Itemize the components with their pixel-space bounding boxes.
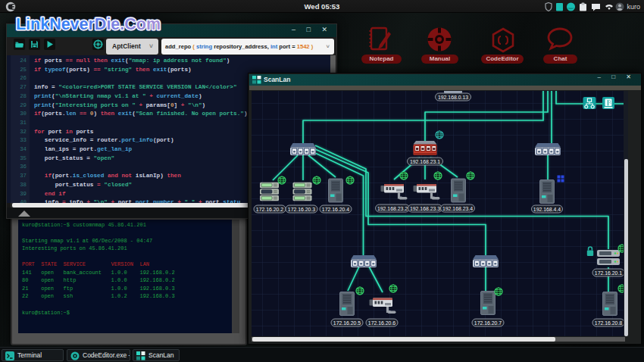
svg-text:172.16.20.5: 172.16.20.5 — [333, 320, 361, 326]
svg-text:192.168.23.2: 192.168.23.2 — [377, 206, 408, 211]
svg-text:172.16.20.2: 172.16.20.2 — [256, 207, 284, 212]
svg-text:192.168.4.4: 192.168.4.4 — [533, 207, 561, 212]
svg-text:192.168.23.1: 192.168.23.1 — [410, 159, 440, 164]
svg-text:172.16.20.6: 172.16.20.6 — [368, 320, 396, 326]
svg-text:192.168.0.13: 192.168.0.13 — [438, 95, 468, 100]
svg-text:LinkNeverDie.Com: LinkNeverDie.Com — [16, 15, 161, 33]
svg-text:192.168.23.4: 192.168.23.4 — [442, 206, 473, 211]
svg-text:172.16.20.1: 172.16.20.1 — [595, 270, 623, 276]
svg-text:172.16.20.7: 172.16.20.7 — [474, 320, 502, 326]
svg-text:192.168.23.3: 192.168.23.3 — [410, 206, 440, 211]
svg-text:172.16.20.4: 172.16.20.4 — [322, 207, 350, 212]
svg-text:172.16.20.3: 172.16.20.3 — [288, 207, 316, 212]
svg-text:172.16.20.8: 172.16.20.8 — [595, 320, 623, 326]
